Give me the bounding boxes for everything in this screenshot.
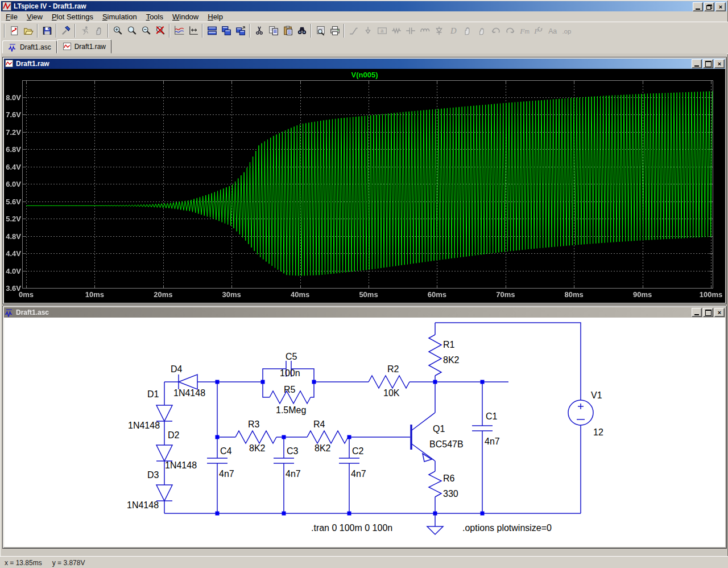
component-value: 12 xyxy=(593,427,603,437)
zoom-full-icon[interactable] xyxy=(153,24,167,38)
toolbar: aDFmFAa.op xyxy=(1,22,728,40)
component-C2[interactable]: C2 4n7 xyxy=(339,446,366,479)
status-bar: x = 13.85ms y = 3.878V xyxy=(0,556,728,568)
maximize-button[interactable] xyxy=(703,59,713,68)
svg-text:.op: .op xyxy=(562,28,571,35)
component-value: 1N4148 xyxy=(165,460,197,470)
x-axis-tick-label: 10ms xyxy=(76,290,113,299)
restore-button[interactable] xyxy=(704,2,714,11)
schematic-window: Draft1.asc × xyxy=(2,306,727,549)
y-axis-tick-label: 6.0V xyxy=(4,180,21,188)
menu-window[interactable]: Window xyxy=(168,12,203,22)
toolbar-separator xyxy=(202,24,203,38)
text-icon: Aa xyxy=(545,24,560,38)
component-Q1[interactable]: Q1 BC547B xyxy=(411,413,464,462)
zoom-in-icon[interactable] xyxy=(110,24,125,38)
new-schematic-icon[interactable] xyxy=(7,24,21,38)
component-label: C4 xyxy=(220,446,232,456)
component-R3[interactable]: R3 8K2 xyxy=(235,419,276,453)
component-label: D2 xyxy=(168,430,180,440)
tab-draft1-raw[interactable]: Draft1.raw xyxy=(57,39,111,53)
autorange-icon[interactable] xyxy=(186,24,200,38)
tab-draft1-asc[interactable]: Draft1.asc xyxy=(2,40,57,53)
component-D2[interactable]: D2 1N4148 xyxy=(156,430,197,470)
x-axis-tick-label: 30ms xyxy=(213,290,250,299)
trace-label[interactable]: V(n005) xyxy=(4,71,725,79)
cut-icon[interactable] xyxy=(252,24,266,38)
menu-plot-settings[interactable]: Plot Settings xyxy=(47,12,98,22)
component-V1[interactable]: V1 12 xyxy=(568,390,603,437)
minimize-button[interactable] xyxy=(692,308,702,317)
toolbar-separator xyxy=(75,24,76,38)
component-C5[interactable]: C5 100n xyxy=(280,352,300,378)
find-icon[interactable] xyxy=(295,24,309,38)
minimize-button[interactable] xyxy=(692,59,702,68)
toolbar-separator xyxy=(4,24,5,38)
cascade-icon[interactable] xyxy=(219,24,233,38)
spice-directive-options[interactable]: .options plotwinsize=0 xyxy=(462,523,552,533)
component-C4[interactable]: C4 4n7 xyxy=(207,446,234,479)
schematic-canvas-area[interactable]: D1 1N4148 D2 1N4148 D3 1N4148 D4 1N4148 xyxy=(4,318,725,547)
zoom-back-icon[interactable] xyxy=(125,24,139,38)
plot-settings-icon[interactable] xyxy=(172,24,186,38)
menu-view[interactable]: View xyxy=(22,12,47,22)
component-value: 10K xyxy=(383,388,400,398)
save-icon[interactable] xyxy=(40,24,54,38)
menu-file[interactable]: File xyxy=(1,12,22,22)
rotate-icon: F xyxy=(531,24,545,38)
waveform-file-icon xyxy=(5,59,14,68)
net-label-icon: a xyxy=(375,24,389,38)
component-R2[interactable]: R2 10K xyxy=(369,364,410,398)
component-C3[interactable]: C3 4n7 xyxy=(274,446,301,479)
component-R6[interactable]: R6 330 xyxy=(429,471,458,499)
component-D1[interactable]: D1 1N4148 xyxy=(128,389,172,430)
y-axis-tick-label: 7.2V xyxy=(4,128,21,137)
print-preview-icon[interactable] xyxy=(313,24,328,38)
component-R1[interactable]: R1 8K2 xyxy=(429,335,460,376)
component-label: R5 xyxy=(284,385,296,394)
title-bar[interactable]: LTspice IV - Draft1.raw × xyxy=(1,1,727,11)
y-axis-tick-label: 7.6V xyxy=(4,110,21,119)
menu-tools[interactable]: Tools xyxy=(142,12,168,22)
copy-icon[interactable] xyxy=(266,24,280,38)
open-icon[interactable] xyxy=(21,24,35,38)
wires[interactable] xyxy=(164,323,581,513)
maximize-button[interactable] xyxy=(703,308,713,317)
spice-directive-tran[interactable]: .tran 0 100m 0 100n xyxy=(311,523,392,533)
toolbar-separator xyxy=(344,24,345,38)
menu-simulation[interactable]: Simulation xyxy=(98,12,142,22)
control-panel-icon[interactable] xyxy=(59,24,73,38)
component-value: 4n7 xyxy=(351,469,366,479)
component-D4[interactable]: D4 1N4148 xyxy=(171,364,205,398)
menu-help[interactable]: Help xyxy=(203,12,228,22)
component-value: 1N4148 xyxy=(128,421,160,430)
component-C1[interactable]: C1 4n7 xyxy=(472,411,500,446)
print-icon[interactable] xyxy=(328,24,342,38)
halt-icon xyxy=(92,24,106,38)
zoom-out-icon[interactable] xyxy=(139,24,153,38)
component-label: C3 xyxy=(287,446,299,456)
component-R4[interactable]: R4 8K2 xyxy=(307,419,348,453)
component-value: 4n7 xyxy=(485,437,500,446)
close-button[interactable]: × xyxy=(714,59,725,68)
y-axis-tick-label: 4.8V xyxy=(4,232,21,241)
schematic-window-titlebar[interactable]: Draft1.asc × xyxy=(4,307,725,318)
tile-vertical-icon[interactable] xyxy=(233,24,247,38)
tile-horizontal-icon[interactable] xyxy=(205,24,219,38)
paste-icon[interactable] xyxy=(280,24,295,38)
minimize-button[interactable] xyxy=(693,2,703,11)
x-axis-tick-label: 90ms xyxy=(624,290,661,299)
waveform-window-titlebar[interactable]: Draft1.raw × xyxy=(4,59,725,69)
waveform-canvas[interactable] xyxy=(4,69,725,303)
ground-symbol[interactable] xyxy=(427,513,443,534)
x-axis-tick-label: 50ms xyxy=(350,290,387,299)
y-axis-tick-label: 6.4V xyxy=(4,163,21,171)
spice-directive-icon: .op xyxy=(560,24,574,38)
component-R5[interactable]: R5 1.5Meg xyxy=(270,385,311,415)
component-value: 1N4148 xyxy=(173,388,205,398)
close-button[interactable]: × xyxy=(715,2,726,11)
component-label: C2 xyxy=(352,446,364,456)
component-D3[interactable]: D3 1N4148 xyxy=(127,470,172,510)
close-button[interactable]: × xyxy=(714,308,725,317)
toolbar-separator xyxy=(107,24,109,38)
